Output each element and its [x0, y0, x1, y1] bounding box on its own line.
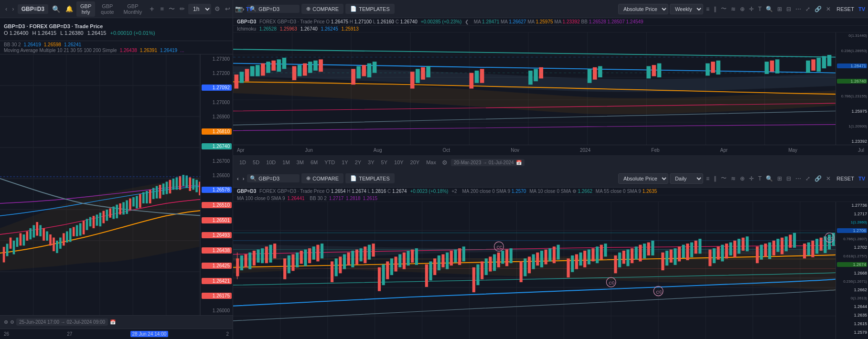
rt-bar-icon[interactable]: ≡	[705, 4, 711, 14]
rt-close-icon[interactable]: ✕	[825, 4, 832, 14]
rt-search[interactable]: 🔍	[247, 5, 300, 13]
left-settings-icon[interactable]: ⚙	[213, 4, 222, 14]
svg-rect-253	[651, 241, 654, 255]
tb-5d[interactable]: 5D	[250, 158, 262, 167]
rb-chart-main[interactable]: CC C© C© C©	[233, 202, 836, 339]
svg-rect-24	[39, 225, 42, 236]
tb-2y[interactable]: 2Y	[353, 158, 364, 167]
rt-candle-icon[interactable]: ∥	[712, 4, 718, 14]
rb-nav-forward[interactable]: ›	[242, 175, 246, 182]
rb-close-icon[interactable]: ✕	[825, 174, 832, 183]
rb-ruler-icon[interactable]: ⊟	[785, 174, 793, 183]
rt-ruler-icon[interactable]: ⊟	[785, 4, 793, 14]
tab-gbp-hrly[interactable]: GBP hrly	[76, 1, 95, 17]
add-chart-tab[interactable]: +	[148, 5, 156, 13]
tb-20y[interactable]: 20Y	[408, 158, 422, 167]
svg-rect-210	[450, 251, 453, 265]
rb-text-icon[interactable]: T	[757, 174, 763, 183]
rt-h-label: H	[350, 19, 353, 24]
rb-dots-icon[interactable]: ⋯	[794, 174, 803, 183]
rb-bar-icon[interactable]: ≡	[705, 174, 711, 183]
rt-dots-icon[interactable]: ⋯	[794, 4, 803, 14]
rt-sym: GBP=D3	[237, 19, 256, 24]
rt-plus-icon[interactable]: ⊕	[739, 4, 746, 14]
left-interval-select[interactable]: 1h4h1D	[188, 4, 211, 14]
rb-reset-btn[interactable]: RESET	[834, 175, 857, 182]
rb-low: 1.2816	[372, 189, 386, 194]
left-camera-icon[interactable]: 📷	[234, 4, 244, 14]
tab-gbp-quote[interactable]: GBP quote	[97, 1, 118, 17]
left-search-icon[interactable]: 🔍	[50, 4, 62, 14]
left-nav-forward[interactable]: ›	[11, 4, 15, 14]
left-date-range[interactable]: 25-Jun-2024 17:00 → 02-Jul-2024 09:00	[16, 318, 108, 326]
rt-templates-btn[interactable]: 📄 TEMPLATES	[345, 4, 395, 14]
rt-price-type[interactable]: Absolute Price	[618, 4, 668, 14]
rb-wave-icon[interactable]: ≋	[729, 174, 737, 183]
rb-zoom-icon[interactable]: 🔍	[764, 174, 774, 183]
draw-icon[interactable]: ✏	[178, 4, 186, 14]
rb-plus-icon[interactable]: ⊕	[739, 174, 746, 183]
rb-px7: 1.2662	[837, 287, 867, 292]
tb-6m[interactable]: 6M	[308, 158, 320, 167]
tb-settings[interactable]: ⚙	[440, 158, 449, 168]
tab-gbp-monthly[interactable]: GBP Monthly	[120, 1, 146, 17]
rb-candle-icon[interactable]: ∥	[712, 174, 718, 183]
tb-3m[interactable]: 3M	[294, 158, 306, 167]
rb-search[interactable]: 🔍	[247, 174, 300, 182]
tb-5y[interactable]: 5Y	[379, 158, 390, 167]
rt-symbol-input[interactable]	[258, 6, 297, 12]
rb-line-icon[interactable]: 〜	[719, 173, 728, 184]
tb-ytd[interactable]: YTD	[322, 158, 337, 167]
rb-nav-back[interactable]: ‹	[236, 175, 240, 182]
indicator-icon[interactable]: 〜	[167, 3, 176, 15]
rb-magnet-icon[interactable]: ⊞	[776, 174, 783, 183]
left-undo-icon[interactable]: ↩	[224, 4, 232, 14]
left-alert-icon[interactable]: 🔔	[64, 4, 75, 14]
rb-templates-btn[interactable]: 📄 TEMPLATES	[345, 173, 395, 183]
tb-1m[interactable]: 1M	[280, 158, 292, 167]
svg-rect-49	[122, 202, 125, 214]
bb-indicator-row: BB 30 2 1.26419 1.26598 1.26241	[4, 42, 229, 47]
rt-interval[interactable]: WeeklyDaily1H	[670, 4, 703, 14]
tb-1d[interactable]: 1D	[237, 158, 248, 167]
tb-max[interactable]: Max	[424, 158, 439, 167]
rt-link-icon[interactable]: 🔗	[813, 4, 823, 14]
left-change: +0.00010 (+0.01%)	[110, 30, 155, 36]
right-bottom-section: ‹ › 🔍 ⊕ COMPARE 📄 TEMPLATES	[233, 170, 868, 339]
rt-chart-main[interactable]	[233, 32, 836, 145]
rb-symbol-input[interactable]	[258, 176, 297, 181]
rt-line-icon[interactable]: 〜	[719, 3, 728, 14]
rt-expand-icon[interactable]: ⤢	[804, 4, 812, 14]
rb-price-type[interactable]: Absolute Price	[618, 173, 668, 184]
px-28471: 1.28471	[837, 64, 867, 68]
svg-rect-224	[520, 261, 523, 282]
tb-1y[interactable]: 1Y	[339, 158, 350, 167]
rb-link-icon[interactable]: 🔗	[813, 174, 823, 183]
rb-expand-icon[interactable]: ⤢	[804, 174, 812, 183]
left-nav-back[interactable]: ‹	[4, 4, 9, 14]
tb-10y[interactable]: 10Y	[392, 158, 406, 167]
left-zoom-out[interactable]: ⊕	[4, 319, 8, 325]
rt-wave-icon[interactable]: ≋	[729, 4, 737, 14]
left-symbol[interactable]: GBP=D3	[18, 4, 48, 14]
rt-nav-prev[interactable]: ❮	[465, 19, 469, 24]
left-settings-btn[interactable]: ⚙	[10, 319, 14, 325]
rt-reset-btn[interactable]: RESET	[834, 5, 857, 13]
rb-interval[interactable]: DailyWeekly1H	[670, 173, 703, 184]
rb-cross-icon[interactable]: ✛	[748, 174, 755, 183]
tb-3y[interactable]: 3Y	[365, 158, 376, 167]
rt-date-range[interactable]: 20-Mar-2023 → 01-Jul-2024 📅	[451, 159, 525, 166]
rt-zoom-icon[interactable]: 🔍	[764, 4, 774, 14]
tb-10d[interactable]: 10D	[264, 158, 278, 167]
svg-rect-197	[390, 258, 393, 275]
bar-type-icon[interactable]: ≡	[159, 4, 165, 14]
rt-text-icon[interactable]: T	[757, 4, 763, 14]
svg-rect-227	[532, 254, 535, 269]
rb-compare-btn[interactable]: ⊕ COMPARE	[301, 173, 343, 183]
svg-rect-107	[298, 65, 302, 76]
svg-rect-280	[781, 238, 783, 254]
rt-cross-icon[interactable]: ✛	[748, 4, 755, 14]
left-chart-area[interactable]: 1.27300 1.27200 1.27092 1.27000 1.26900 …	[0, 54, 233, 315]
rt-compare-btn[interactable]: ⊕ COMPARE	[301, 4, 343, 14]
rt-magnet-icon[interactable]: ⊞	[776, 4, 783, 14]
